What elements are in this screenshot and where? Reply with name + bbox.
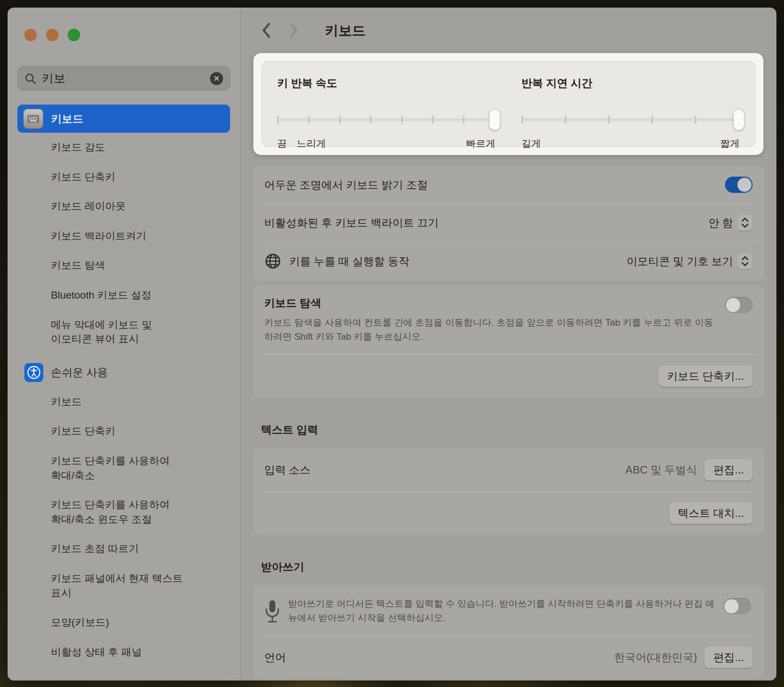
keyboard-nav-label: 키보드 탐색 (264, 297, 322, 309)
globe-row-label: 키를 누를 때 실행할 동작 (289, 254, 409, 269)
slider-label-long: 길게 (521, 137, 541, 150)
sidebar-item[interactable]: 키보드 감도 (17, 133, 230, 163)
traffic-lights (17, 8, 230, 41)
keyboard-nav-toggle[interactable] (725, 297, 753, 313)
sidebar: ✕ 키보드 키보드 감도 키보드 단축키 키보드 레이아웃 키보드 백라이트켜기… (8, 8, 240, 680)
edit-input-sources-button[interactable]: 편집... (704, 459, 753, 481)
dictation-toggle[interactable] (723, 598, 751, 614)
dictation-language-value: 한국어(대한민국) (614, 650, 697, 665)
delay-slider[interactable] (521, 109, 740, 131)
dictation-heading: 받아쓰기 (261, 560, 763, 574)
zoom-button[interactable] (68, 29, 80, 41)
forward-chevron-icon[interactable] (288, 21, 300, 40)
page-title: 키보드 (325, 22, 365, 40)
delay-label: 반복 지연 시간 (521, 76, 740, 90)
key-repeat-label: 키 반복 속도 (277, 76, 495, 90)
sidebar-item[interactable]: 키보드 (17, 387, 230, 417)
backlight-off-value: 안 함 (708, 216, 733, 230)
key-repeat-highlight-panel: 키 반복 속도 끔 느리게 빠르게 반복 지연 시간 (253, 53, 763, 155)
keyboard-settings-card: 어두운 조명에서 키보드 밝기 조절 비활성화된 후 키보드 백라이트 끄기 안… (253, 166, 763, 281)
input-source-label: 입력 소스 (264, 463, 311, 477)
key-repeat-slider-thumb[interactable] (489, 109, 500, 131)
slider-label-off: 끔 (277, 137, 287, 150)
slider-label-slow: 느리게 (297, 137, 326, 150)
clear-search-icon[interactable]: ✕ (210, 72, 223, 85)
sidebar-item[interactable]: 키보드 단축키 (17, 163, 230, 192)
brightness-row-label: 어두운 조명에서 키보드 밝기 조절 (264, 178, 428, 192)
sidebar-item[interactable]: 키보드 단축키를 사용하여 확대/축소 윈도우 조절 (17, 490, 230, 534)
brightness-toggle[interactable] (725, 177, 753, 193)
backlight-off-popup[interactable]: 안 함 (708, 215, 753, 231)
dictation-card: 받아쓰기로 어디서든 텍스트를 입력할 수 있습니다. 받아쓰기를 시작하려면 … (253, 585, 763, 679)
sidebar-item[interactable]: 키보드 패널에서 현재 텍스트 표시 (17, 564, 230, 608)
text-replacement-button[interactable]: 텍스트 대치... (669, 502, 753, 524)
sidebar-selected-label: 키보드 (51, 112, 83, 126)
keyboard-nav-description: 키보드 탐색을 사용하여 컨트롤 간에 초점을 이동합니다. 초점을 앞으로 이… (264, 316, 714, 344)
system-settings-window: ✕ 키보드 키보드 감도 키보드 단축키 키보드 레이아웃 키보드 백라이트켜기… (8, 8, 776, 680)
sidebar-item[interactable]: 키보드 단축키 (17, 417, 230, 446)
edit-dictation-language-button[interactable]: 편집... (704, 646, 753, 668)
back-chevron-icon[interactable] (261, 21, 273, 40)
text-input-card: 입력 소스 ABC 및 두벌식 편집... 텍스트 대치... (253, 448, 763, 535)
keyboard-icon (23, 109, 43, 129)
sidebar-item[interactable]: 키보드 백라이트켜기 (17, 222, 230, 251)
sidebar-item-keyboard-selected[interactable]: 키보드 (17, 105, 230, 133)
close-button[interactable] (24, 29, 37, 41)
stepper-chevrons-icon[interactable] (737, 215, 753, 231)
dictation-description: 받아쓰기로 어디서든 텍스트를 입력할 수 있습니다. 받아쓰기를 시작하려면 … (288, 597, 716, 625)
keyboard-shortcuts-button[interactable]: 키보드 단축키... (658, 365, 753, 387)
search-icon (24, 73, 36, 85)
microphone-icon (264, 599, 280, 624)
search-field[interactable]: ✕ (17, 66, 230, 90)
sidebar-item[interactable]: 모양(키보드) (17, 608, 230, 638)
sidebar-item[interactable]: 키보드 탐색 (17, 251, 230, 281)
search-input[interactable] (42, 72, 205, 86)
minimize-button[interactable] (46, 29, 58, 41)
sidebar-item[interactable]: 키보드 레이아웃 (17, 192, 230, 222)
globe-icon (264, 252, 282, 270)
slider-label-short: 짧게 (720, 137, 740, 150)
stepper-chevrons-icon[interactable] (737, 253, 753, 269)
keyboard-navigation-card: 키보드 탐색 키보드 탐색을 사용하여 컨트롤 간에 초점을 이동합니다. 초점… (253, 285, 763, 398)
globe-action-popup[interactable]: 이모티콘 및 기호 보기 (626, 253, 753, 269)
globe-action-value: 이모티콘 및 기호 보기 (626, 254, 733, 269)
sidebar-item[interactable]: 메뉴 막대에 키보드 및 이모티콘 뷰어 표시 (17, 310, 230, 354)
content-pane: 키보드 키 반복 속도 끔 느리게 빠르게 (240, 8, 776, 680)
sidebar-item[interactable]: 키보드 초점 따르기 (17, 534, 230, 564)
key-repeat-slider[interactable] (277, 109, 495, 131)
delay-slider-thumb[interactable] (733, 109, 744, 131)
sidebar-group-accessibility[interactable]: 손쉬운 사용 (17, 354, 230, 387)
sidebar-item[interactable]: 비활성 상태 후 패널 (17, 638, 230, 667)
text-input-heading: 텍스트 입력 (261, 423, 763, 437)
content-header: 키보드 (253, 8, 763, 53)
input-source-value: ABC 및 두벌식 (625, 463, 697, 477)
accessibility-icon (24, 363, 43, 382)
dictation-language-label: 언어 (264, 650, 286, 665)
sidebar-group-label: 손쉬운 사용 (51, 365, 108, 380)
sidebar-item[interactable]: Bluetooth 키보드 설정 (17, 281, 230, 310)
slider-label-fast: 빠르게 (466, 137, 495, 150)
backlight-off-row-label: 비활성화된 후 키보드 백라이트 끄기 (264, 216, 439, 230)
sidebar-item[interactable]: 키보드 단축키를 사용하여 확대/축소 (17, 446, 230, 490)
